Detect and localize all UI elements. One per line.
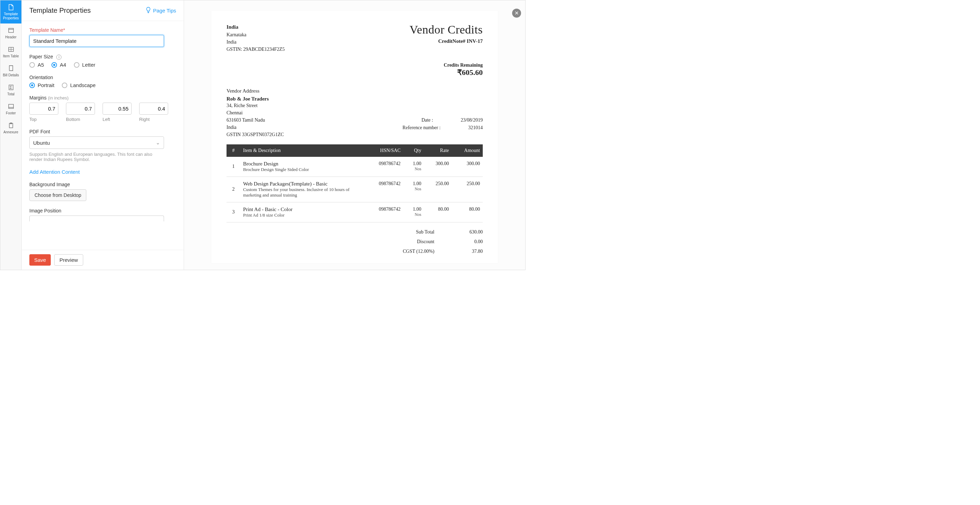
- page-title: Template Properties: [29, 6, 91, 14]
- close-button[interactable]: ✕: [512, 9, 521, 18]
- total-label: Discount: [393, 239, 434, 245]
- totals-block: Sub Total630.00Discount0.00CGST (12.00%)…: [393, 227, 483, 256]
- tab-item-table[interactable]: Item Table: [0, 43, 21, 62]
- page-tips-link[interactable]: Page Tips: [146, 7, 176, 14]
- cell-hsn: 098786742: [369, 202, 403, 222]
- tab-template-properties[interactable]: Template Properties: [0, 0, 21, 24]
- header-icon: [8, 27, 14, 34]
- credits-remaining-value: ₹605.60: [226, 68, 483, 77]
- credits-remaining-label: Credits Remaining: [226, 62, 483, 68]
- vendor-name: Rob & Joe Traders: [226, 96, 483, 102]
- th-hsn: HSN/SAC: [369, 144, 403, 157]
- bulb-icon: [146, 7, 151, 14]
- cell-item: Web Design Packages(Template) - BasicCus…: [240, 177, 369, 202]
- preview-area: ✕ India Karnataka India GSTIN: 29ABCDE12…: [184, 0, 525, 270]
- tab-label: Header: [5, 35, 17, 39]
- vendor-line1: 34, Riche Street: [226, 102, 483, 109]
- choose-from-desktop-button[interactable]: Choose from Desktop: [29, 189, 86, 201]
- th-rate: Rate: [424, 144, 452, 157]
- cell-hsn: 098786742: [369, 177, 403, 202]
- margin-top-input[interactable]: [29, 103, 58, 115]
- footer-icon: [8, 103, 14, 110]
- save-button[interactable]: Save: [29, 254, 51, 266]
- orientation-landscape[interactable]: Landscape: [62, 82, 95, 88]
- orientation-portrait[interactable]: Portrait: [29, 82, 54, 88]
- company-name: India: [226, 23, 285, 31]
- background-image-label: Background Image: [29, 182, 176, 187]
- image-position-label: Image Position: [29, 208, 176, 213]
- margin-top-label: Top: [29, 117, 58, 122]
- tab-bill-details[interactable]: Bill Details: [0, 62, 21, 80]
- file-icon: [8, 4, 14, 11]
- cell-qty: 1.00Nos: [403, 157, 424, 177]
- margins-label: Margins (in inches): [29, 95, 176, 100]
- add-attention-content-link[interactable]: Add Attention Content: [29, 169, 80, 175]
- total-value: 630.00: [458, 229, 483, 235]
- image-position-select[interactable]: [29, 215, 164, 221]
- paper-size-a5[interactable]: A5: [29, 62, 44, 68]
- cell-rate: 80.00: [424, 202, 452, 222]
- company-state: Karnataka: [226, 31, 285, 38]
- pdf-font-select[interactable]: Ubuntu ⌄: [29, 137, 164, 149]
- paper-size-a4[interactable]: A4: [51, 62, 66, 68]
- doc-title: Vendor Credits: [410, 23, 483, 36]
- info-icon[interactable]: i: [56, 54, 62, 60]
- cell-hsn: 098786742: [369, 157, 403, 177]
- cell-idx: 3: [226, 202, 240, 222]
- cell-qty: 1.00Nos: [403, 177, 424, 202]
- cell-qty: 1.00Nos: [403, 202, 424, 222]
- cell-item: Print Ad - Basic - ColorPrint Ad 1/8 siz…: [240, 202, 369, 222]
- doc-number: CreditNote# INV-17: [410, 38, 483, 44]
- cell-amount: 250.00: [452, 177, 483, 202]
- tab-annexure[interactable]: Annexure: [0, 118, 21, 137]
- svg-rect-0: [9, 28, 13, 32]
- vendor-city: Chennai: [226, 109, 483, 116]
- company-gstin: GSTIN: 29ABCDE1234F2Z5: [226, 46, 285, 53]
- margin-right-input[interactable]: [139, 103, 168, 115]
- items-table: # Item & Description HSN/SAC Qty Rate Am…: [226, 144, 483, 223]
- chevron-down-icon: ⌄: [156, 140, 160, 146]
- totals-row: Sub Total630.00: [393, 227, 483, 237]
- ref-value: 321014: [468, 125, 483, 131]
- table-row: 2Web Design Packages(Template) - BasicCu…: [226, 177, 483, 202]
- paper-size-label: Paper Size i: [29, 54, 176, 60]
- annex-icon: [8, 122, 14, 129]
- left-icon-sidebar: Template Properties Header Item Table Bi…: [0, 0, 22, 270]
- tab-footer[interactable]: Footer: [0, 99, 21, 118]
- cell-idx: 1: [226, 157, 240, 177]
- total-label: Sub Total: [393, 229, 434, 235]
- total-value: 0.00: [458, 239, 483, 245]
- tab-label: Footer: [6, 111, 16, 115]
- vendor-address-label: Vendor Address: [226, 88, 483, 94]
- margin-left-label: Left: [103, 117, 132, 122]
- page-tips-label: Page Tips: [153, 8, 176, 13]
- close-icon: ✕: [514, 10, 519, 16]
- totals-row: CGST (12.00%)37.80: [393, 247, 483, 256]
- preview-button[interactable]: Preview: [54, 254, 83, 266]
- pdf-font-hint: Supports English and European languages.…: [29, 151, 164, 162]
- ref-label: Reference number :: [402, 125, 441, 131]
- template-name-label: Template Name*: [29, 27, 176, 33]
- totals-row: Discount0.00: [393, 237, 483, 247]
- sigma-icon: [8, 84, 14, 91]
- tab-header[interactable]: Header: [0, 24, 21, 43]
- cell-amount: 80.00: [452, 202, 483, 222]
- cell-amount: 300.00: [452, 157, 483, 177]
- cell-rate: 250.00: [424, 177, 452, 202]
- paper-size-letter[interactable]: Letter: [74, 62, 95, 68]
- tab-label: Template Properties: [1, 12, 21, 21]
- tab-label: Annexure: [3, 130, 18, 134]
- th-qty: Qty: [403, 144, 424, 157]
- margin-bottom-input[interactable]: [66, 103, 95, 115]
- orientation-label: Orientation: [29, 75, 176, 80]
- tab-label: Bill Details: [3, 73, 19, 77]
- total-value: 37.80: [458, 249, 483, 254]
- tab-total[interactable]: Total: [0, 80, 21, 99]
- th-idx: #: [226, 144, 240, 157]
- template-name-input[interactable]: [29, 35, 164, 47]
- table-row: 1Brochure DesignBrochure Design Single S…: [226, 157, 483, 177]
- svg-rect-6: [9, 104, 13, 108]
- cell-rate: 300.00: [424, 157, 452, 177]
- margin-left-input[interactable]: [103, 103, 132, 115]
- tab-label: Total: [7, 92, 14, 96]
